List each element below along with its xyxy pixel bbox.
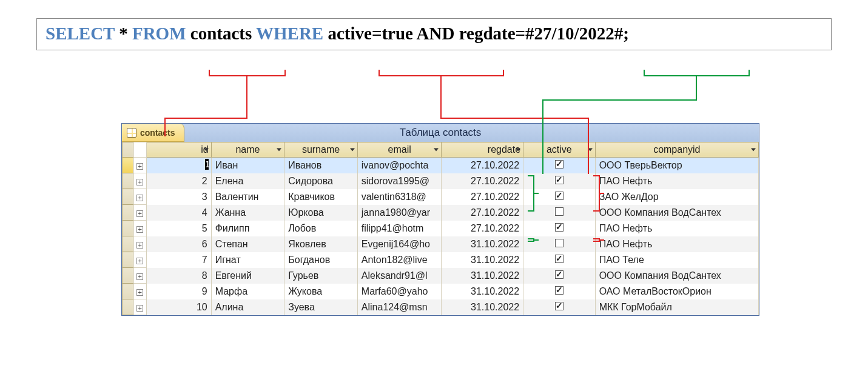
cell-id[interactable]: 7 <box>147 252 212 268</box>
expand-button[interactable]: + <box>133 236 147 252</box>
cell-id[interactable]: 4 <box>147 205 212 221</box>
datasheet-tab-contacts[interactable]: contacts <box>122 124 184 142</box>
cell-active[interactable] <box>523 189 596 205</box>
row-selector-header[interactable] <box>123 142 133 158</box>
cell-id[interactable]: 3 <box>147 189 212 205</box>
checkbox-icon[interactable] <box>555 192 564 200</box>
cell-active[interactable] <box>523 252 596 268</box>
cell-companyid[interactable]: ООО Компания ВодСантех <box>595 205 758 221</box>
cell-surname[interactable]: Сидорова <box>284 173 358 189</box>
cell-active[interactable] <box>523 299 596 315</box>
cell-companyid[interactable]: ООО Компания ВодСантех <box>595 268 758 284</box>
cell-regdate[interactable]: 31.10.2022 <box>442 268 523 284</box>
cell-name[interactable]: Алина <box>211 299 284 315</box>
cell-email[interactable]: Anton182@live <box>357 252 442 268</box>
cell-name[interactable]: Марфа <box>211 284 284 299</box>
cell-surname[interactable]: Кравчиков <box>284 189 358 205</box>
cell-companyid[interactable]: ООО ТверьВектор <box>595 158 758 173</box>
expand-button[interactable]: + <box>133 189 147 205</box>
data-table[interactable]: id name surname email regdate active com… <box>122 142 759 315</box>
row-handle[interactable] <box>123 299 133 315</box>
cell-email[interactable]: Alina124@msn <box>357 299 442 315</box>
cell-name[interactable]: Евгений <box>211 268 284 284</box>
cell-surname[interactable]: Юркова <box>284 205 358 221</box>
cell-active[interactable] <box>523 173 596 189</box>
checkbox-icon[interactable] <box>555 270 564 279</box>
expand-button[interactable]: + <box>133 158 147 173</box>
cell-regdate[interactable]: 27.10.2022 <box>442 158 523 173</box>
expand-button[interactable]: + <box>133 299 147 315</box>
cell-companyid[interactable]: ПАО Теле <box>595 252 758 268</box>
cell-active[interactable] <box>523 236 596 252</box>
expand-button[interactable]: + <box>133 173 147 189</box>
col-header-regdate[interactable]: regdate <box>442 142 523 158</box>
cell-regdate[interactable]: 27.10.2022 <box>442 221 523 236</box>
cell-email[interactable]: valentin6318@ <box>357 189 442 205</box>
cell-email[interactable]: janna1980@yar <box>357 205 442 221</box>
cell-surname[interactable]: Яковлев <box>284 236 358 252</box>
checkbox-icon[interactable] <box>555 207 564 216</box>
cell-regdate[interactable]: 31.10.2022 <box>442 252 523 268</box>
row-handle[interactable] <box>123 236 133 252</box>
cell-active[interactable] <box>523 221 596 236</box>
cell-regdate[interactable]: 31.10.2022 <box>442 299 523 315</box>
cell-id[interactable]: 6 <box>147 236 212 252</box>
cell-email[interactable]: sidorova1995@ <box>357 173 442 189</box>
cell-surname[interactable]: Жукова <box>284 284 358 299</box>
cell-id[interactable]: 8 <box>147 268 212 284</box>
row-handle[interactable] <box>123 158 133 173</box>
cell-surname[interactable]: Зуева <box>284 299 358 315</box>
cell-surname[interactable]: Иванов <box>284 158 358 173</box>
cell-regdate[interactable]: 31.10.2022 <box>442 236 523 252</box>
checkbox-icon[interactable] <box>555 160 564 169</box>
expand-button[interactable]: + <box>133 221 147 236</box>
row-handle[interactable] <box>123 252 133 268</box>
cell-active[interactable] <box>523 158 596 173</box>
cell-companyid[interactable]: ЗАО ЖелДор <box>595 189 758 205</box>
cell-name[interactable]: Елена <box>211 173 284 189</box>
cell-email[interactable]: Aleksandr91@l <box>357 268 442 284</box>
cell-companyid[interactable]: ПАО Нефть <box>595 236 758 252</box>
table-row[interactable]: +2ЕленаСидороваsidorova1995@27.10.2022ПА… <box>123 173 759 189</box>
checkbox-icon[interactable] <box>555 286 564 295</box>
table-row[interactable]: +10АлинаЗуеваAlina124@msn31.10.2022МКК Г… <box>123 299 759 315</box>
cell-active[interactable] <box>523 205 596 221</box>
cell-id[interactable]: 10 <box>147 299 212 315</box>
checkbox-icon[interactable] <box>555 302 564 310</box>
checkbox-icon[interactable] <box>555 255 564 263</box>
col-header-active[interactable]: active <box>523 142 596 158</box>
cell-id[interactable]: 9 <box>147 284 212 299</box>
table-row[interactable]: +8ЕвгенийГурьевAleksandr91@l31.10.2022ОО… <box>123 268 759 284</box>
cell-email[interactable]: Evgenij164@ho <box>357 236 442 252</box>
cell-active[interactable] <box>523 284 596 299</box>
cell-email[interactable]: Marfa60@yaho <box>357 284 442 299</box>
col-header-email[interactable]: email <box>357 142 442 158</box>
cell-id[interactable]: 2 <box>147 173 212 189</box>
col-header-name[interactable]: name <box>211 142 284 158</box>
row-handle[interactable] <box>123 173 133 189</box>
cell-email[interactable]: filipp41@hotm <box>357 221 442 236</box>
col-header-id[interactable]: id <box>147 142 212 158</box>
cell-name[interactable]: Игнат <box>211 252 284 268</box>
table-row[interactable]: +5ФилиппЛобовfilipp41@hotm27.10.2022ПАО … <box>123 221 759 236</box>
table-row[interactable]: +9МарфаЖуковаMarfa60@yaho31.10.2022ОАО М… <box>123 284 759 299</box>
checkbox-icon[interactable] <box>555 239 564 247</box>
row-handle[interactable] <box>123 189 133 205</box>
table-row[interactable]: +3ВалентинКравчиковvalentin6318@27.10.20… <box>123 189 759 205</box>
cell-id[interactable]: 1 <box>147 158 212 173</box>
expand-button[interactable]: + <box>133 268 147 284</box>
cell-companyid[interactable]: ОАО МеталВостокОрион <box>595 284 758 299</box>
row-handle[interactable] <box>123 284 133 299</box>
table-row[interactable]: +1ИванИвановivanov@pochta27.10.2022ООО Т… <box>123 158 759 173</box>
cell-companyid[interactable]: МКК ГорМобайл <box>595 299 758 315</box>
expand-button[interactable]: + <box>133 284 147 299</box>
row-handle[interactable] <box>123 268 133 284</box>
checkbox-icon[interactable] <box>555 176 564 184</box>
row-handle[interactable] <box>123 221 133 236</box>
col-header-companyid[interactable]: companyid <box>595 142 758 158</box>
cell-email[interactable]: ivanov@pochta <box>357 158 442 173</box>
table-row[interactable]: +4ЖаннаЮрковаjanna1980@yar27.10.2022ООО … <box>123 205 759 221</box>
cell-regdate[interactable]: 31.10.2022 <box>442 284 523 299</box>
row-handle[interactable] <box>123 205 133 221</box>
cell-surname[interactable]: Богданов <box>284 252 358 268</box>
